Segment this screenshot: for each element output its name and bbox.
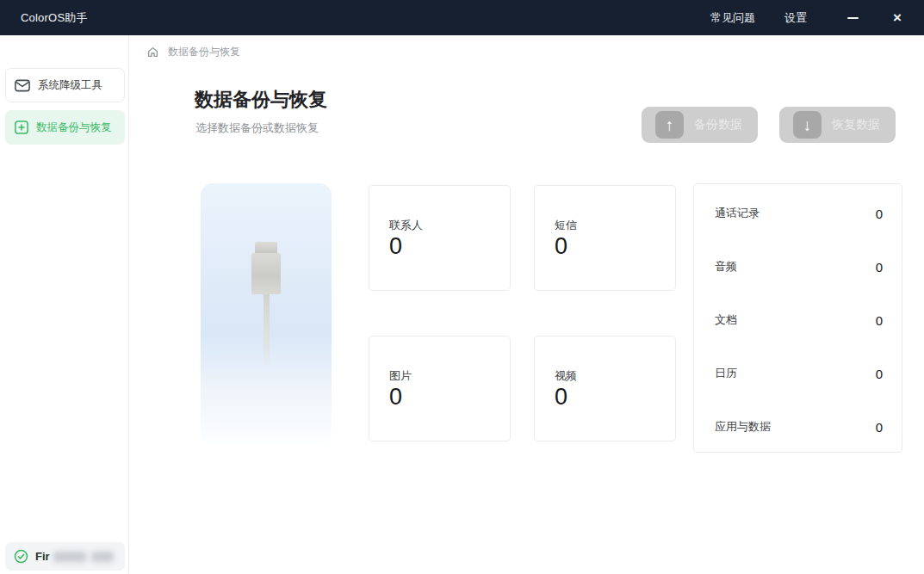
close-icon: × bbox=[893, 10, 902, 25]
list-item-label: 日历 bbox=[715, 366, 737, 381]
check-circle-icon bbox=[14, 549, 28, 564]
minimize-button[interactable] bbox=[843, 9, 862, 28]
sidebar-item-label: 数据备份与恢复 bbox=[36, 120, 112, 135]
list-item-apps-and-data[interactable]: 应用与数据 0 bbox=[715, 419, 883, 435]
stat-card-videos[interactable]: 视频 0 bbox=[534, 336, 676, 441]
settings-menu-item[interactable]: 设置 bbox=[784, 10, 807, 26]
device-name-partial: Fir bbox=[35, 550, 50, 563]
list-item-documents[interactable]: 文档 0 bbox=[715, 312, 883, 328]
stat-label: 图片 bbox=[389, 368, 412, 384]
stat-value: 0 bbox=[555, 233, 567, 260]
connected-device-status[interactable]: Fir bbox=[5, 542, 125, 571]
list-item-label: 通话记录 bbox=[715, 206, 760, 221]
restore-button-label: 恢复数据 bbox=[822, 117, 896, 133]
stat-value: 0 bbox=[555, 384, 567, 410]
list-item-value: 0 bbox=[876, 420, 883, 435]
restore-data-button[interactable]: ↓ 恢复数据 bbox=[779, 107, 896, 143]
backup-data-button[interactable]: ↑ 备份数据 bbox=[642, 107, 758, 143]
sidebar-item-label: 系统降级工具 bbox=[38, 78, 102, 93]
list-item-value: 0 bbox=[876, 313, 883, 328]
app-window: ColorOS助手 常见问题 设置 × 系统降级工具 bbox=[0, 0, 924, 574]
sidebar-item-data-backup-restore[interactable]: 数据备份与恢复 bbox=[5, 110, 125, 145]
detail-list-card: 通话记录 0 音频 0 文档 0 日历 0 应用与数据 0 bbox=[693, 183, 902, 453]
downgrade-tool-icon bbox=[15, 79, 30, 92]
list-item-audio[interactable]: 音频 0 bbox=[715, 259, 883, 275]
breadcrumb-label: 数据备份与恢复 bbox=[168, 45, 240, 59]
usb-cable-illustration bbox=[201, 183, 332, 445]
list-item-label: 应用与数据 bbox=[715, 419, 771, 435]
stat-label: 联系人 bbox=[389, 218, 423, 233]
redacted-device-name bbox=[91, 552, 114, 562]
stat-card-sms[interactable]: 短信 0 bbox=[534, 185, 676, 291]
stat-label: 短信 bbox=[555, 218, 577, 233]
usb-plug-graphic bbox=[201, 242, 332, 368]
list-item-value: 0 bbox=[876, 367, 883, 381]
stat-card-contacts[interactable]: 联系人 0 bbox=[369, 185, 511, 291]
minimize-icon bbox=[847, 17, 859, 19]
titlebar-actions: 常见问题 设置 × bbox=[710, 9, 907, 28]
stat-value: 0 bbox=[389, 233, 402, 260]
page-title: 数据备份与恢复 bbox=[195, 87, 327, 113]
faq-menu-item[interactable]: 常见问题 bbox=[710, 10, 755, 26]
app-title: ColorOS助手 bbox=[21, 10, 88, 26]
titlebar: ColorOS助手 常见问题 设置 × bbox=[0, 0, 924, 35]
page-subtitle: 选择数据备份或数据恢复 bbox=[195, 120, 319, 136]
list-item-calendar[interactable]: 日历 0 bbox=[715, 366, 883, 381]
stat-value: 0 bbox=[389, 384, 402, 410]
stat-label: 视频 bbox=[555, 368, 577, 384]
arrow-up-icon: ↑ bbox=[655, 111, 684, 139]
arrow-down-icon: ↓ bbox=[793, 111, 822, 139]
sidebar-item-system-downgrade[interactable]: 系统降级工具 bbox=[5, 68, 125, 102]
redacted-device-name bbox=[53, 552, 86, 562]
stat-card-pictures[interactable]: 图片 0 bbox=[369, 336, 511, 441]
list-item-label: 音频 bbox=[715, 259, 737, 275]
backup-restore-icon bbox=[15, 120, 28, 134]
breadcrumb: 数据备份与恢复 bbox=[146, 45, 240, 59]
window-controls: × bbox=[843, 9, 907, 28]
list-item-value: 0 bbox=[876, 207, 883, 221]
main-content: 数据备份与恢复 数据备份与恢复 选择数据备份或数据恢复 ↑ 备份数据 ↓ 恢复数… bbox=[130, 35, 924, 574]
list-item-value: 0 bbox=[876, 260, 883, 275]
close-button[interactable]: × bbox=[888, 9, 907, 28]
list-item-call-log[interactable]: 通话记录 0 bbox=[715, 206, 883, 221]
home-icon[interactable] bbox=[146, 46, 159, 59]
backup-button-label: 备份数据 bbox=[684, 117, 758, 133]
list-item-label: 文档 bbox=[715, 312, 737, 328]
sidebar: 系统降级工具 数据备份与恢复 Fir bbox=[0, 35, 129, 574]
